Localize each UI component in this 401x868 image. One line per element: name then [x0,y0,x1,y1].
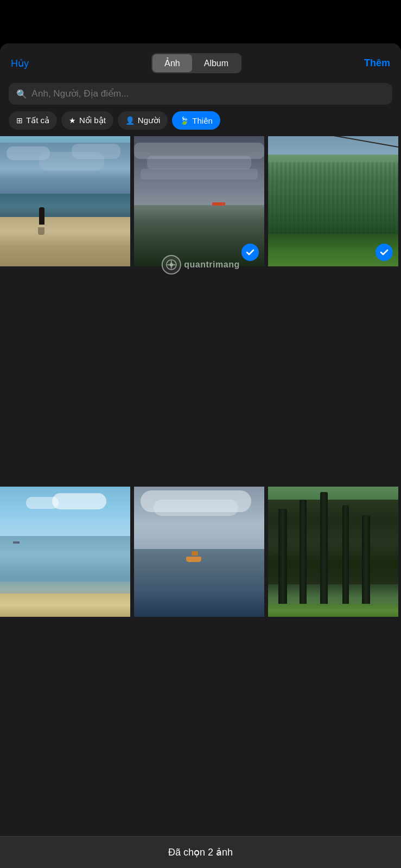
filter-tabs: ⊞ Tất cả ★ Nổi bật 👤 Người 🍃 Thiên [0,111,401,136]
photo-3-check [375,244,393,261]
leaf-icon: 🍃 [180,116,189,125]
add-button[interactable]: Thêm [364,58,390,69]
bottom-bar: Đã chọn 2 ảnh [0,836,401,868]
grid-icon: ⊞ [16,116,23,125]
photo-cell-6[interactable] [268,487,398,617]
search-input[interactable] [31,88,385,99]
photo-cell-4[interactable] [0,487,130,617]
photo-2-check [241,244,259,261]
filter-tab-featured-label: Nổi bật [79,116,106,125]
filter-tab-all-label: Tất cả [26,116,49,125]
photo-grid [0,136,401,836]
filter-tab-nature-label: Thiên [192,116,213,125]
cancel-button[interactable]: Hủy [11,58,29,69]
photo-cell-5[interactable] [134,487,264,617]
segment-photos[interactable]: Ảnh [152,54,192,72]
star-icon: ★ [69,116,76,125]
filter-tab-nature[interactable]: 🍃 Thiên [172,111,220,130]
filter-tab-people-label: Người [138,116,161,125]
photo-picker-header: Hủy Ảnh Album Thêm [0,43,401,81]
filter-tab-all[interactable]: ⊞ Tất cả [9,111,57,130]
person-icon: 👤 [125,116,135,125]
segment-albums[interactable]: Album [192,54,240,72]
filter-tab-featured[interactable]: ★ Nổi bật [61,111,113,130]
search-icon: 🔍 [16,89,27,99]
photo-cell-3[interactable] [268,136,398,266]
filter-tab-people[interactable]: 👤 Người [118,111,168,130]
photo-cell-1[interactable] [0,136,130,266]
search-bar: 🔍 [9,83,392,105]
photo-cell-2[interactable] [134,136,264,266]
segment-control: Ảnh Album [151,53,241,73]
selected-count-text: Đã chọn 2 ảnh [168,846,233,858]
